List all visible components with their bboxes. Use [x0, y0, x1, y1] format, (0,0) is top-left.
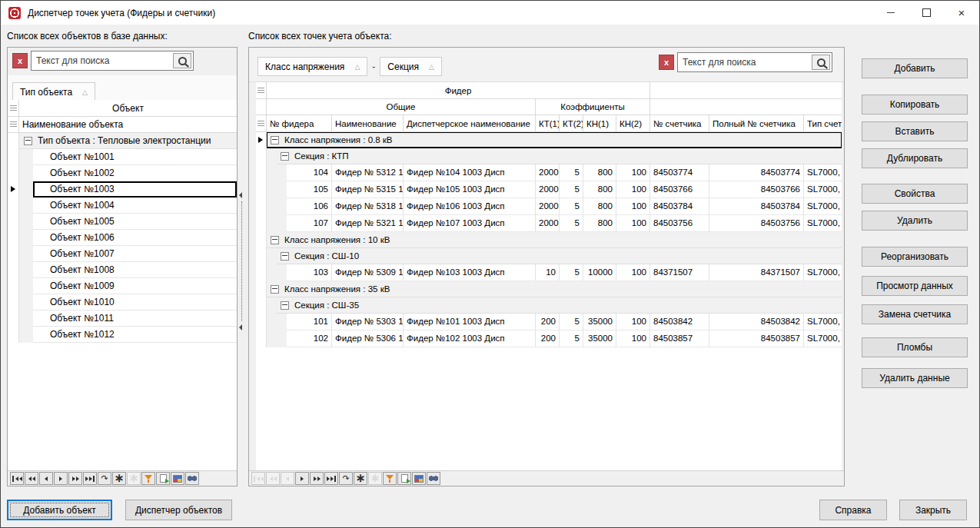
object-row[interactable]: Объект №1002 [8, 165, 237, 181]
voltage-group-row[interactable]: Класс напряжения : 35 кВ [256, 281, 842, 297]
section-group-row[interactable]: Секция : СШ-35 [256, 297, 842, 314]
object-row[interactable]: Объект №1001 [8, 149, 237, 165]
search-button[interactable] [173, 53, 191, 68]
object-row[interactable]: Объект №1003 [8, 181, 237, 198]
maximize-button[interactable] [909, 1, 944, 25]
new-record-button[interactable]: ∗ [354, 472, 367, 485]
object-row[interactable]: Объект №1011 [8, 310, 237, 327]
column-chooser-icon[interactable] [8, 117, 19, 132]
collapse-icon[interactable] [24, 137, 32, 145]
export-button[interactable] [156, 472, 170, 485]
object-row[interactable]: Объект №1004 [8, 198, 237, 214]
prev-record-button[interactable] [39, 472, 53, 485]
collapse-icon[interactable] [281, 252, 289, 261]
replace-meter-button[interactable]: Замена счетчика [862, 304, 968, 324]
clear-search-button[interactable]: x [12, 53, 28, 68]
reorganize-button[interactable]: Реорганизовать [862, 247, 968, 267]
feeder-row[interactable]: 103Фидер № 5309 1Фидер №103 1003 Дисп105… [256, 264, 842, 281]
column-chooser-icon[interactable] [256, 115, 267, 131]
collapse-icon[interactable] [271, 236, 279, 244]
refresh-button[interactable]: ↷ [98, 472, 111, 485]
group-by-chip-object-type[interactable]: Тип объекта △ [12, 82, 95, 101]
prev-page-button[interactable] [266, 472, 280, 485]
column-header-5[interactable]: КТ(2) [560, 115, 583, 131]
column-header-3[interactable]: Диспетчерское наименование [404, 115, 536, 131]
paste-button[interactable]: Вставить [862, 121, 968, 141]
column-header-2[interactable]: Наименование [332, 115, 404, 131]
last-record-button[interactable] [324, 472, 338, 485]
object-row[interactable]: Объект №1008 [8, 262, 237, 278]
export-button[interactable] [397, 472, 411, 485]
feeder-row[interactable]: 105Фидер № 5315 1Фидер №105 1003 Дисп200… [256, 181, 842, 198]
layout-button[interactable] [171, 472, 184, 485]
find-button[interactable] [427, 472, 440, 485]
column-header-6[interactable]: КН(1) [583, 115, 616, 131]
duplicate-button[interactable]: Дублировать [862, 148, 968, 168]
panel-splitter[interactable] [238, 192, 244, 330]
points-search-input[interactable] [678, 53, 810, 71]
prev-record-button[interactable] [281, 472, 294, 485]
object-type-group-row[interactable]: Тип объекта : Тепловые электростанции [8, 133, 237, 149]
layout-button[interactable] [412, 472, 426, 485]
band-header-object[interactable]: Объект [8, 100, 237, 117]
collapse-icon[interactable] [271, 136, 279, 144]
close-button[interactable] [944, 1, 979, 25]
object-row[interactable]: Объект №1007 [8, 246, 237, 262]
collapse-icon[interactable] [271, 285, 279, 294]
voltage-group-row[interactable]: Класс напряжения : 0.8 кВ [256, 132, 842, 148]
last-record-button[interactable] [83, 472, 97, 485]
section-group-row[interactable]: Секция : КТП [256, 148, 842, 164]
first-record-button[interactable] [251, 472, 265, 485]
column-chooser-icon[interactable] [256, 82, 267, 98]
object-row[interactable]: Объект №1005 [8, 214, 237, 230]
group-by-chip-voltage-class[interactable]: Класс напряжения △ [257, 57, 367, 76]
column-header-4[interactable]: КТ(1) [536, 115, 560, 131]
filter-button[interactable] [141, 472, 155, 485]
seals-button[interactable]: Пломбы [862, 337, 968, 357]
object-row[interactable]: Объект №1006 [8, 230, 237, 246]
band-header-common[interactable]: Общие [267, 99, 536, 115]
section-group-row[interactable]: Секция : СШ-10 [256, 248, 842, 264]
clear-search-button[interactable]: x [659, 55, 674, 70]
delete-data-button[interactable]: Удалить данные [862, 368, 968, 388]
object-search-input[interactable] [32, 51, 171, 70]
object-row[interactable]: Объект №1009 [8, 278, 237, 294]
column-header-10[interactable]: Тип счетчика [804, 115, 842, 131]
feeder-row[interactable]: 107Фидер № 5321 1Фидер №107 1003 Дисп200… [256, 215, 842, 232]
collapse-icon[interactable] [281, 301, 289, 310]
view-data-button[interactable]: Просмотр данных [862, 276, 968, 296]
find-button[interactable] [185, 472, 199, 485]
next-record-button[interactable] [295, 472, 309, 485]
properties-button[interactable]: Свойства [862, 184, 968, 204]
band-header-feeder[interactable]: Фидер [267, 82, 650, 98]
column-header-7[interactable]: КН(2) [616, 115, 650, 131]
next-page-button[interactable] [68, 472, 82, 485]
refresh-button[interactable]: ↷ [339, 472, 353, 485]
group-by-chip-section[interactable]: Секция △ [380, 57, 442, 76]
minimize-button[interactable] [873, 1, 909, 25]
prev-page-button[interactable] [25, 472, 38, 485]
band-header-coefficients[interactable]: Коэффициенты [536, 99, 650, 115]
close-dialog-button[interactable]: Закрыть [899, 500, 967, 520]
help-button[interactable]: Справка [819, 500, 887, 520]
next-record-button[interactable] [54, 472, 68, 485]
append-record-button[interactable]: ∗ [368, 472, 382, 485]
search-button[interactable] [812, 55, 830, 70]
object-row[interactable]: Объект №1012 [8, 327, 237, 343]
filter-button[interactable] [383, 472, 397, 485]
voltage-group-row[interactable]: Класс напряжения : 10 кВ [256, 232, 842, 248]
feeder-row[interactable]: 104Фидер № 5312 1Фидер №104 1003 Дисп200… [256, 164, 842, 181]
column-header-8[interactable]: № счетчика [650, 115, 709, 131]
feeder-row[interactable]: 106Фидер № 5318 1Фидер №106 1003 Дисп200… [256, 198, 842, 215]
next-page-button[interactable] [310, 472, 324, 485]
object-manager-button[interactable]: Диспетчер объектов [125, 500, 232, 520]
column-header-1[interactable]: № фидера [267, 115, 332, 131]
feeder-row[interactable]: 102Фидер № 5306 1Фидер №102 1003 Дисп200… [256, 330, 842, 347]
first-record-button[interactable] [10, 472, 24, 485]
column-header-9[interactable]: Полный № счетчика [709, 115, 804, 131]
add-object-button[interactable]: Добавить объект [7, 500, 112, 520]
append-record-button[interactable]: ∗ [127, 472, 141, 485]
column-header-object-name[interactable]: Наименование объекта [8, 117, 237, 133]
delete-button[interactable]: Удалить [862, 211, 968, 231]
add-button[interactable]: Добавить [862, 58, 968, 78]
